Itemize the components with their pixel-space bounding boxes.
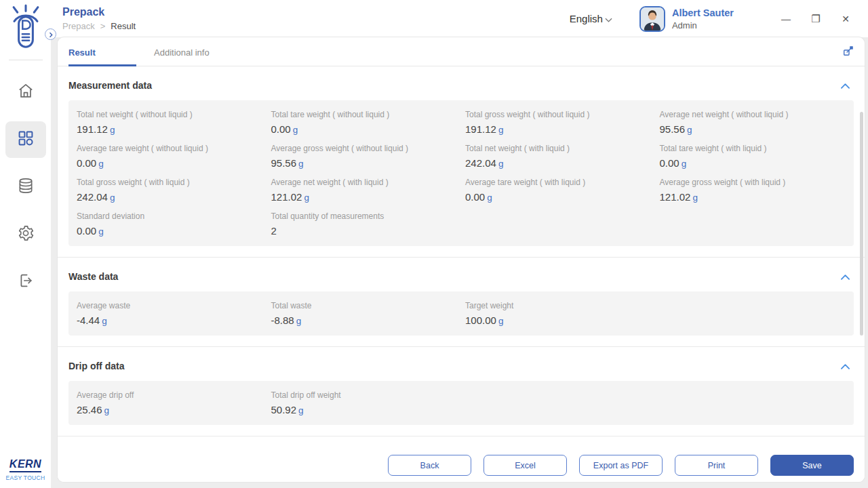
unit-label: g	[298, 405, 304, 415]
export-as-pdf-button[interactable]: Export as PDF	[579, 455, 663, 476]
chevron-down-icon	[605, 13, 612, 24]
field-value: 0.00g	[660, 157, 848, 169]
field-value: 0.00g	[465, 191, 653, 203]
field-average-net-weight-without-liquid: Average net weight ( without liquid )95.…	[660, 110, 854, 135]
field-value: -4.44g	[77, 314, 264, 326]
field-value: 191.12g	[77, 123, 264, 135]
sidebar-item-apps[interactable]	[5, 121, 46, 158]
field-label: Target weight	[465, 301, 653, 310]
field-value: 100.00g	[465, 314, 653, 326]
kern-brand-logo: KERN EASY TOUCH	[6, 458, 45, 481]
fullscreen-expand-icon[interactable]	[843, 45, 854, 59]
field-label: Total net weight ( without liquid )	[77, 110, 264, 119]
sidebar-item-logout[interactable]	[5, 264, 46, 300]
section-table-view: Table viewAuto print	[58, 436, 865, 451]
field-value: 95.56g	[660, 123, 848, 135]
tab-additional-info[interactable]: Additional info	[154, 37, 210, 66]
field-average-tare-weight-with-liquid: Average tare weight ( with liquid )0.00g	[465, 178, 660, 203]
language-label: English	[570, 13, 603, 24]
breadcrumb-parent[interactable]: Prepack	[62, 21, 95, 31]
field-label: Total tare weight ( without liquid )	[271, 110, 459, 119]
field-label: Total drip off weight	[271, 390, 459, 400]
field-label: Total waste	[271, 301, 459, 310]
field-value: 2	[271, 225, 459, 237]
field-average-gross-weight-without-liquid: Average gross weight ( without liquid )9…	[271, 144, 466, 169]
language-selector[interactable]: English	[570, 13, 612, 24]
field-average-tare-weight-without-liquid: Average tare weight ( without liquid )0.…	[77, 144, 271, 169]
unit-label: g	[304, 192, 309, 203]
apps-grid-icon	[17, 129, 35, 150]
unit-label: g	[102, 316, 107, 326]
save-button[interactable]: Save	[770, 455, 854, 476]
unit-label: g	[98, 159, 104, 169]
field-total-gross-weight-without-liquid: Total gross weight ( without liquid )191…	[465, 110, 660, 135]
section-measurement-data: Measurement dataTotal net weight ( witho…	[58, 66, 865, 246]
print-button[interactable]: Print	[675, 455, 758, 476]
header: Prepack Prepack > Result English	[51, 0, 868, 37]
field-average-net-weight-with-liquid: Average net weight ( with liquid )121.02…	[271, 178, 466, 203]
field-value: 95.56g	[271, 157, 459, 169]
close-icon[interactable]: ✕	[840, 14, 852, 24]
field-value: 50.92g	[271, 404, 459, 415]
sidebar-item-settings[interactable]	[5, 216, 46, 253]
unit-label: g	[487, 192, 492, 203]
field-label: Average tare weight ( without liquid )	[77, 144, 264, 153]
unit-label: g	[498, 159, 504, 169]
title-block: Prepack Prepack > Result	[62, 6, 136, 31]
user-menu[interactable]: Albert Sauter Admin	[639, 6, 734, 32]
user-role: Admin	[672, 20, 734, 30]
page-title: Prepack	[62, 6, 136, 18]
section-title: Measurement data	[68, 80, 152, 91]
app-window: KERN EASY TOUCH Prepack Prepack > Result…	[0, 0, 868, 488]
unit-label: g	[298, 159, 304, 169]
field-value: 191.12g	[465, 123, 653, 135]
sidebar-item-database[interactable]	[5, 169, 46, 205]
field-label: Average net weight ( without liquid )	[660, 110, 848, 119]
avatar	[639, 6, 665, 32]
content-card-wrap: Result Additional info Measurement dataT…	[51, 37, 868, 488]
data-panel: Average drip off25.46gTotal drip off wei…	[68, 381, 854, 425]
field-total-net-weight-without-liquid: Total net weight ( without liquid )191.1…	[77, 110, 271, 135]
field-label: Standard deviation	[77, 211, 264, 221]
section-title: Drip off data	[68, 361, 124, 371]
back-button[interactable]: Back	[388, 455, 471, 476]
field-label: Average net weight ( with liquid )	[271, 178, 459, 187]
field-value: 0.00g	[271, 123, 459, 135]
sidebar-item-home[interactable]	[5, 74, 46, 110]
breadcrumb-current: Result	[111, 21, 136, 31]
user-name: Albert Sauter	[672, 7, 734, 18]
field-label: Total net weight ( with liquid )	[465, 144, 653, 153]
database-icon	[17, 177, 35, 197]
sidebar-expand-button[interactable]	[45, 28, 56, 40]
field-value: 0.00g	[77, 157, 264, 169]
field-value: 25.46g	[77, 404, 264, 415]
field-average-drip-off: Average drip off25.46g	[77, 390, 271, 415]
data-panel: Total net weight ( without liquid )191.1…	[68, 100, 854, 246]
field-average-waste: Average waste-4.44g	[77, 301, 271, 326]
unit-label: g	[498, 316, 504, 326]
chevron-up-icon[interactable]	[837, 359, 854, 373]
sidebar-divider	[9, 60, 43, 60]
field-label: Average waste	[77, 301, 264, 310]
minimize-icon[interactable]: —	[780, 14, 792, 24]
unit-label: g	[104, 405, 110, 415]
breadcrumb-separator: >	[100, 21, 106, 31]
field-standard-deviation: Standard deviation0.00g	[77, 211, 271, 237]
chevron-right-icon	[48, 28, 54, 41]
field-average-gross-weight-with-liquid: Average gross weight ( with liquid )121.…	[660, 178, 854, 203]
vertical-scrollbar[interactable]	[860, 112, 863, 336]
sidebar-nav	[5, 74, 46, 300]
field-total-tare-weight-with-liquid: Total tare weight ( with liquid )0.00g	[660, 144, 854, 169]
maximize-icon[interactable]: ❐	[810, 14, 822, 24]
tab-result[interactable]: Result	[68, 37, 136, 66]
header-right: English	[570, 6, 868, 32]
field-total-waste: Total waste-8.88g	[271, 301, 466, 326]
chevron-up-icon[interactable]	[837, 269, 854, 284]
excel-button[interactable]: Excel	[484, 455, 567, 476]
chevron-up-icon[interactable]	[837, 78, 854, 93]
data-panel: Average waste-4.44gTotal waste-8.88gTarg…	[68, 291, 854, 336]
window-controls: — ❐ ✕	[780, 14, 852, 24]
section-title: Waste data	[68, 271, 118, 282]
brand-name: KERN	[9, 458, 41, 472]
unit-label: g	[110, 125, 115, 135]
